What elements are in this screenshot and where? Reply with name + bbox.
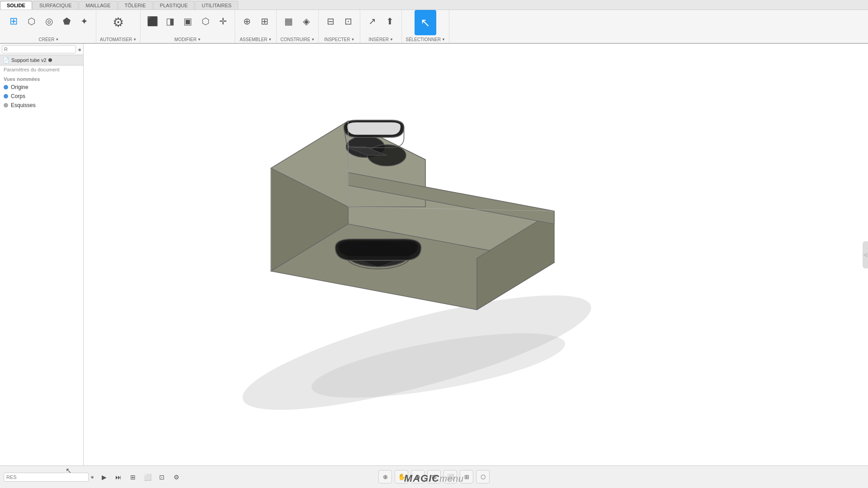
btn-new-component[interactable]: ⊞ <box>5 12 22 31</box>
select-icon: ↖ <box>420 17 430 28</box>
modifier-label[interactable]: MODIFIER ▼ <box>175 37 201 42</box>
btn-timeline[interactable]: ⊞ <box>127 471 139 483</box>
pan-icon: ✋ <box>398 473 406 480</box>
btn-measure[interactable]: ⊟ <box>322 12 339 31</box>
btn-fillet[interactable]: ▣ <box>179 12 196 31</box>
search-clear-icon[interactable]: ● <box>78 46 81 53</box>
tab-tolerie[interactable]: TÔLERIE <box>118 1 153 9</box>
inspecter-arrow: ▼ <box>351 38 354 42</box>
ribbon-group-automatiser: ⚙ AUTOMATISER ▼ <box>96 10 141 43</box>
automatiser-icons: ⚙ <box>108 10 129 35</box>
extrude2-icon: ◨ <box>166 17 175 26</box>
viewport-controls: ⊕ ✋ ⊕ ⊞ ⬜ ⊞ ⬡ <box>378 470 490 483</box>
btn-push-pull[interactable]: ⬛ <box>144 12 160 31</box>
modifier-icons: ⬛ ◨ ▣ ⬡ ✛ <box>144 12 231 31</box>
tab-bar: SOLIDE SURFACIQUE MAILLAGE TÔLERIE PLAST… <box>0 0 868 10</box>
push-pull-icon: ⬛ <box>147 17 158 26</box>
insert1-icon: ↗ <box>368 17 376 26</box>
construire-arrow: ▼ <box>311 38 315 42</box>
btn-sweep[interactable]: ⬟ <box>58 12 75 31</box>
axis-icon: ◈ <box>303 17 310 26</box>
creer-label[interactable]: CRÉER ▼ <box>39 37 59 42</box>
modifier-arrow: ▼ <box>198 38 201 42</box>
btn-pan[interactable]: ✋ <box>395 470 408 483</box>
selectionner-label[interactable]: SÉLECTIONNER ▼ <box>406 37 445 42</box>
corps-dot <box>4 94 8 99</box>
document-tab-label: Support tube v2 <box>11 57 47 63</box>
automatiser-label[interactable]: AUTOMATISER ▼ <box>100 37 137 42</box>
btn-automatiser[interactable]: ⚙ <box>108 10 129 35</box>
play-icon: ▶ <box>102 474 107 481</box>
named-views-title: Vues nommées <box>0 74 83 83</box>
btn-section[interactable]: ⊡ <box>340 12 356 31</box>
assembler-label[interactable]: ASSEMBLER ▼ <box>240 37 272 42</box>
btn-step-forward[interactable]: ⏭ <box>112 471 125 483</box>
btn-settings[interactable]: ⚙ <box>170 471 183 483</box>
tab-maillage[interactable]: MAILLAGE <box>79 1 117 9</box>
tab-solide[interactable]: SOLIDE <box>0 1 32 9</box>
bottom-search-clear-icon[interactable]: ● <box>90 474 94 480</box>
btn-zoom-region[interactable]: ⊕ <box>411 470 425 483</box>
btn-orbit[interactable]: ⊕ <box>378 470 392 483</box>
right-panel-indicator[interactable]: ◁ <box>863 241 868 268</box>
btn-select[interactable]: ↖ <box>415 10 436 35</box>
btn-revolve[interactable]: ◎ <box>41 12 57 31</box>
rigid-icon: ⊞ <box>261 17 269 26</box>
origine-label: Origine <box>11 84 28 90</box>
model-svg <box>84 44 868 465</box>
tab-plastique[interactable]: PLASTIQUE <box>153 1 195 9</box>
bottom-tools: ▶ ⏭ ⊞ ⬜ ⊡ ⚙ <box>98 471 183 483</box>
document-tab[interactable]: 📄 Support tube v2 <box>0 55 83 66</box>
assembler-arrow: ▼ <box>268 38 272 42</box>
creer-icons: ⊞ ⬡ ◎ ⬟ ✦ <box>5 12 92 31</box>
btn-rigid[interactable]: ⊞ <box>256 12 273 31</box>
viewport[interactable]: ◁ <box>84 44 868 465</box>
ribbon-group-assembler: ⊕ ⊞ ASSEMBLER ▼ <box>235 10 277 43</box>
record-icon: ⊡ <box>159 474 165 481</box>
btn-grid-display[interactable]: ⊞ <box>460 470 473 483</box>
revolve-icon: ◎ <box>45 17 53 26</box>
btn-joint[interactable]: ⊕ <box>239 12 255 31</box>
btn-camera[interactable]: ⬜ <box>141 471 154 483</box>
assembler-icons: ⊕ ⊞ <box>239 12 273 31</box>
new-component-icon: ⊞ <box>9 16 18 26</box>
btn-display-mode[interactable]: ⬡ <box>476 470 490 483</box>
btn-insert1[interactable]: ↗ <box>364 12 380 31</box>
sidebar-item-origine[interactable]: Origine <box>0 83 83 92</box>
inserer-icons: ↗ ⬆ <box>364 12 398 31</box>
btn-loft[interactable]: ✦ <box>76 12 92 31</box>
btn-chamfer[interactable]: ⬡ <box>197 12 213 31</box>
bottom-search-input[interactable] <box>4 473 89 482</box>
btn-extrude2[interactable]: ◨ <box>162 12 178 31</box>
btn-view-cube[interactable]: ⬜ <box>443 470 457 483</box>
ribbon-group-modifier: ⬛ ◨ ▣ ⬡ ✛ MODIFIER ▼ <box>141 10 235 43</box>
insert2-icon: ⬆ <box>386 17 394 26</box>
btn-axis[interactable]: ◈ <box>298 12 315 31</box>
zoom-fit-icon: ⊞ <box>432 474 437 480</box>
cursor-indicator: ↖ <box>66 466 75 475</box>
sidebar-item-corps[interactable]: Corps <box>0 92 83 101</box>
timeline-icon: ⊞ <box>130 474 136 481</box>
inspecter-label[interactable]: INSPECTER ▼ <box>324 37 354 42</box>
section-icon: ⊡ <box>344 17 352 26</box>
sidebar-item-esquisses[interactable]: Esquisses <box>0 101 83 110</box>
construire-icons: ▦ ◈ <box>281 12 315 31</box>
tab-utilitaires[interactable]: UTILITAIRES <box>195 1 238 9</box>
btn-extrude[interactable]: ⬡ <box>23 12 39 31</box>
btn-move[interactable]: ✛ <box>215 12 231 31</box>
btn-plane[interactable]: ▦ <box>281 12 297 31</box>
grid-display-icon: ⊞ <box>464 474 469 480</box>
loft-icon: ✦ <box>80 17 88 26</box>
btn-play[interactable]: ▶ <box>98 471 110 483</box>
panel-arrow-icon: ◁ <box>863 252 867 257</box>
ribbon-group-construire: ▦ ◈ CONSTRUIRE ▼ <box>277 10 319 43</box>
btn-record[interactable]: ⊡ <box>156 471 168 483</box>
btn-insert2[interactable]: ⬆ <box>382 12 398 31</box>
tab-surfacique[interactable]: SURFACIQUE <box>33 1 79 9</box>
inserer-label[interactable]: INSÉRER ▼ <box>369 37 393 42</box>
btn-zoom-fit[interactable]: ⊞ <box>427 470 441 483</box>
search-input[interactable] <box>2 45 76 53</box>
settings-icon: ⚙ <box>174 474 179 481</box>
construire-label[interactable]: CONSTRUIRE ▼ <box>280 37 315 42</box>
sidebar-item-params[interactable]: Paramètres du document <box>0 66 83 74</box>
